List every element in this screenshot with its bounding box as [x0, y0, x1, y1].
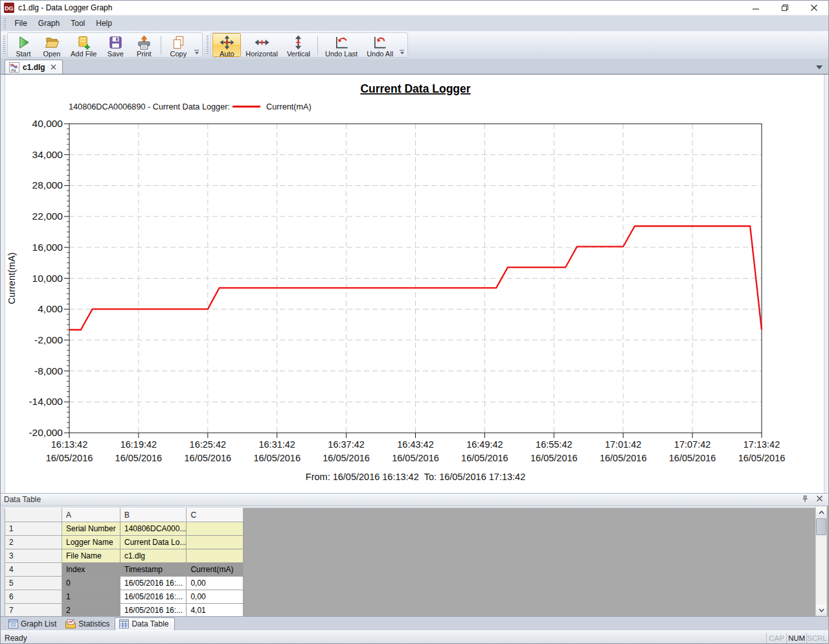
- data-table-body: ABC1Serial Number140806DCA000...2Logger …: [1, 506, 828, 616]
- grid-cell[interactable]: 1: [62, 590, 120, 604]
- panel-tab-data-table[interactable]: Data Table: [115, 617, 174, 630]
- menubar-gripper[interactable]: [4, 18, 6, 29]
- title-bar: DG c1.dlg - Data Logger Graph: [1, 1, 828, 15]
- print-button[interactable]: Print: [130, 33, 158, 57]
- datatable-icon: [119, 619, 129, 628]
- chart-right-margin: [824, 75, 828, 493]
- svg-text:22,000: 22,000: [32, 211, 63, 222]
- menu-file[interactable]: File: [9, 16, 32, 30]
- grid-cell[interactable]: 16/05/2016 16:...: [120, 604, 187, 617]
- grid-cell[interactable]: [187, 522, 244, 536]
- toolbar-button-label: Horizontal: [245, 50, 278, 58]
- panel-title: Data Table: [4, 495, 41, 504]
- status-indicator-scrl: SCRL: [806, 633, 826, 643]
- tab-close-icon[interactable]: [51, 64, 56, 70]
- close-button[interactable]: [799, 1, 828, 15]
- toolbar-gripper[interactable]: [3, 36, 5, 54]
- toolbar-button-label: Copy: [170, 50, 187, 58]
- toolbar-overflow-icon[interactable]: [194, 50, 199, 54]
- grid-row-header[interactable]: 2: [5, 536, 62, 549]
- grid-cell[interactable]: 0,00: [187, 590, 244, 604]
- grid-cell[interactable]: 2: [62, 604, 120, 617]
- svg-text:28,000: 28,000: [32, 179, 63, 190]
- menu-help[interactable]: Help: [91, 16, 118, 30]
- grid-cell[interactable]: 0,00: [187, 577, 244, 590]
- scrollbar-thumb[interactable]: [816, 518, 826, 535]
- grid-cell[interactable]: [187, 536, 244, 549]
- grid-row-header[interactable]: 4: [5, 563, 62, 577]
- grid-cell[interactable]: 16/05/2016 16:...: [120, 590, 187, 604]
- restore-button[interactable]: [770, 1, 799, 15]
- toolbar-overflow-icon[interactable]: [399, 50, 405, 54]
- undoall-icon: [372, 35, 387, 50]
- vertical-scrollbar[interactable]: [815, 506, 827, 616]
- grid-row-1: 1Serial Number140806DCA000...: [5, 522, 244, 536]
- grid-row-header[interactable]: 7: [5, 604, 62, 617]
- grid-cell[interactable]: [187, 549, 244, 563]
- grid-header-row: ABC: [5, 509, 244, 522]
- grid-row-7: 7216/05/2016 16:...4,01: [5, 604, 244, 617]
- grid-column-header-C[interactable]: C: [187, 509, 244, 522]
- grid-cell[interactable]: Current Data Lo...: [120, 536, 187, 549]
- auto-button[interactable]: Auto: [212, 33, 241, 57]
- scroll-down-icon[interactable]: [816, 604, 826, 615]
- window-controls: [741, 1, 828, 15]
- svg-text:16:13:42: 16:13:42: [51, 439, 87, 450]
- grid-cell[interactable]: Index: [62, 563, 120, 577]
- undo-all-button[interactable]: Undo All: [362, 33, 398, 57]
- save-button[interactable]: Save: [101, 33, 130, 57]
- grid-cell[interactable]: 16/05/2016 16:...: [120, 577, 187, 590]
- pin-icon[interactable]: [801, 495, 809, 505]
- svg-text:17:01:42: 17:01:42: [605, 439, 641, 450]
- grid-cell[interactable]: Logger Name: [62, 536, 120, 549]
- panel-close-icon[interactable]: [816, 495, 823, 505]
- grid-column-header-B[interactable]: B: [120, 509, 187, 522]
- dlg-file-icon: .dlg: [9, 62, 19, 73]
- grid-cell[interactable]: Serial Number: [62, 522, 120, 536]
- document-tab-strip: .dlg c1.dlg: [1, 59, 828, 75]
- svg-text:10,000: 10,000: [32, 273, 63, 284]
- graphlist-icon: [8, 619, 18, 628]
- grid-row-header[interactable]: 6: [5, 590, 62, 604]
- start-button[interactable]: Start: [9, 33, 38, 57]
- panel-tab-statistics[interactable]: Statistics: [62, 617, 115, 630]
- menu-graph[interactable]: Graph: [32, 16, 65, 30]
- horizontal-button[interactable]: Horizontal: [241, 33, 282, 57]
- scroll-up-icon[interactable]: [816, 507, 826, 518]
- window-title: c1.dlg - Data Logger Graph: [18, 3, 112, 12]
- add-file-button[interactable]: Add File: [66, 33, 101, 57]
- grid-row-header[interactable]: 1: [5, 522, 62, 536]
- vertical-button[interactable]: Vertical: [282, 33, 315, 57]
- copy-button[interactable]: Copy: [164, 33, 192, 57]
- grid-row-2: 2Logger NameCurrent Data Lo...: [5, 536, 244, 549]
- menu-tool[interactable]: Tool: [65, 16, 91, 30]
- document-tab[interactable]: .dlg c1.dlg: [5, 60, 63, 74]
- grid-cell[interactable]: Timestamp: [120, 563, 187, 577]
- svg-text:4,000: 4,000: [38, 303, 63, 314]
- tab-list-dropdown-icon[interactable]: [816, 65, 823, 69]
- open-button[interactable]: Open: [38, 33, 66, 57]
- svg-text:-2,000: -2,000: [34, 334, 63, 345]
- grid-corner-cell[interactable]: [5, 509, 62, 522]
- undo-last-button[interactable]: Undo Last: [321, 33, 362, 57]
- addfile-icon: [76, 35, 91, 50]
- svg-text:16:43:42: 16:43:42: [397, 439, 433, 450]
- vertical-icon: [291, 35, 306, 50]
- auto-icon: [220, 35, 234, 50]
- minimize-button[interactable]: [741, 1, 770, 15]
- svg-text:16/05/2016: 16/05/2016: [392, 453, 439, 463]
- panel-tab-graph-list[interactable]: Graph List: [5, 617, 62, 630]
- status-indicator-cap: CAP: [766, 633, 786, 643]
- grid-cell[interactable]: 4,01: [187, 604, 244, 617]
- grid-column-header-A[interactable]: A: [62, 509, 120, 522]
- grid-cell[interactable]: 140806DCA000...: [120, 522, 187, 536]
- grid-cell[interactable]: c1.dlg: [120, 549, 187, 563]
- grid-cell[interactable]: Current(mA): [187, 563, 244, 577]
- grid-row-header[interactable]: 5: [5, 577, 62, 590]
- grid-row-header[interactable]: 3: [5, 549, 62, 563]
- toolbar-gripper[interactable]: [207, 36, 209, 54]
- chart-left-margin: [1, 75, 5, 493]
- grid-cell[interactable]: 0: [62, 577, 120, 590]
- app-window: DG c1.dlg - Data Logger Graph FileGraphT…: [0, 0, 829, 644]
- grid-cell[interactable]: File Name: [62, 549, 120, 563]
